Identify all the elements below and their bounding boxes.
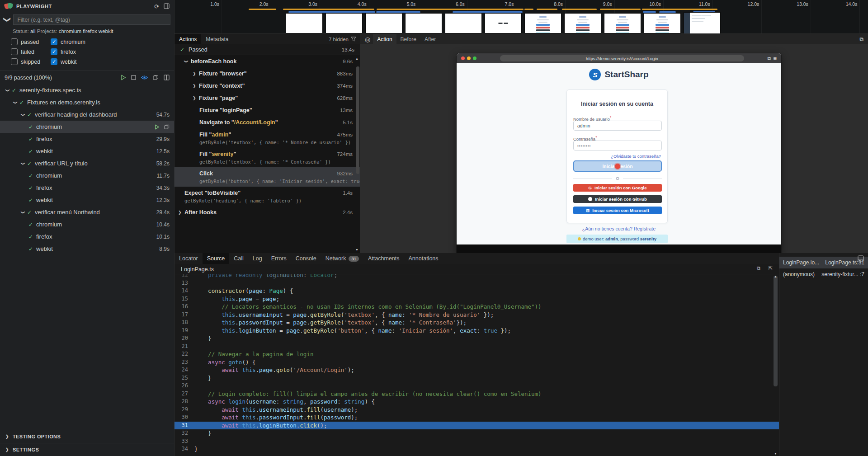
section-settings[interactable]: ❯SETTINGS bbox=[0, 443, 174, 456]
refresh-icon[interactable]: ⟳ bbox=[154, 3, 159, 10]
tab-actions[interactable]: Actions bbox=[175, 34, 201, 44]
action-item[interactable]: Fill "admin"475msgetByRole('textbox', { … bbox=[175, 128, 360, 148]
trace-timeline[interactable]: 1.0s2.0s3.0s4.0s5.0s6.0s7.0s8.0s9.0s10.0… bbox=[175, 0, 868, 34]
tab-attachments[interactable]: Attachments bbox=[363, 253, 404, 264]
filter-input[interactable] bbox=[13, 14, 170, 25]
tree-item-chromium[interactable]: ✓chromium bbox=[0, 121, 174, 133]
checkbox-firefox[interactable]: ✓firefox bbox=[51, 48, 174, 55]
tree-item-serenity-fixtures-spec-ts[interactable]: ❯✓serenity-fixtures.spec.ts bbox=[0, 84, 174, 96]
action-item[interactable]: ❯Fixture "browser"883ms bbox=[175, 67, 360, 80]
run-test-icon[interactable] bbox=[154, 124, 160, 130]
scroll-up-icon[interactable]: ▲ bbox=[355, 57, 359, 60]
section-testing-options[interactable]: ❯TESTING OPTIONS bbox=[0, 430, 174, 443]
tree-item-verificar-heading-del-dashboard[interactable]: ❯✓verificar heading del dashboard54.7s bbox=[0, 108, 174, 121]
open-source-external-icon[interactable]: ⇱ bbox=[769, 265, 773, 271]
tab-log[interactable]: Log bbox=[248, 253, 267, 264]
expand-chevron-icon[interactable]: ❯ bbox=[20, 161, 26, 166]
copy-test-icon[interactable] bbox=[164, 124, 170, 130]
checkbox-failed[interactable]: failed bbox=[11, 48, 51, 55]
action-item[interactable]: ❯beforeEach hook9.6s bbox=[175, 55, 360, 67]
collapse-panel-icon[interactable] bbox=[164, 3, 170, 9]
checkbox-chromium[interactable]: ✓chromium bbox=[51, 38, 174, 45]
editor-scroll-up-icon[interactable]: ▲ bbox=[774, 275, 777, 278]
login-submit-button[interactable]: Iniciar sesión bbox=[573, 160, 662, 172]
run-tests-icon[interactable] bbox=[120, 75, 126, 80]
action-chevron-icon[interactable]: ❯ bbox=[193, 71, 199, 76]
username-field[interactable]: admin bbox=[573, 121, 662, 131]
tree-item-chromium[interactable]: ✓chromium10.4s bbox=[0, 218, 174, 230]
film-strip-thumbnail-dashboard[interactable] bbox=[684, 12, 721, 34]
action-chevron-icon[interactable]: ❯ bbox=[184, 59, 191, 64]
tree-item-verificar-men-northwind[interactable]: ❯✓verificar menú Northwind29.4s bbox=[0, 206, 174, 218]
forgot-password-link[interactable]: ¿Olvidaste tu contraseña? bbox=[611, 154, 661, 159]
tree-item-webkit[interactable]: ✓webkit12.5s bbox=[0, 145, 174, 157]
film-strip-thumbnail-login[interactable] bbox=[604, 13, 641, 33]
tree-item-webkit[interactable]: ✓webkit8.9s bbox=[0, 243, 174, 255]
tab-metadata[interactable]: Metadata bbox=[201, 34, 233, 44]
film-strip-thumbnail-blank[interactable] bbox=[365, 13, 402, 33]
film-strip-thumbnail-login[interactable] bbox=[524, 13, 561, 33]
google-login-button[interactable]: G Iniciar sesión con Google bbox=[573, 184, 662, 192]
film-strip-thumbnail-blank[interactable] bbox=[326, 13, 363, 33]
action-item[interactable]: ❯Fixture "context"374ms bbox=[175, 80, 360, 92]
open-external-icon[interactable]: ⧉ bbox=[859, 36, 863, 42]
actions-scrollbar[interactable] bbox=[356, 66, 359, 174]
tab-locator[interactable]: Locator bbox=[175, 253, 203, 264]
tab-network[interactable]: Network31 bbox=[321, 253, 363, 264]
action-chevron-icon[interactable]: ❯ bbox=[193, 84, 199, 88]
action-item[interactable]: Fixture "loginPage"13ms bbox=[175, 104, 360, 116]
action-item[interactable]: ❯Fixture "page"628ms bbox=[175, 92, 360, 104]
checkbox-skipped[interactable]: skipped bbox=[11, 58, 51, 65]
expand-chevron-icon[interactable]: ❯ bbox=[20, 210, 26, 215]
menu-hamburger-icon[interactable]: ≡ bbox=[773, 55, 777, 62]
film-strip-thumbnail-blank[interactable] bbox=[405, 13, 442, 33]
expand-chevron-icon[interactable]: ❯ bbox=[20, 113, 26, 117]
tree-item-firefox[interactable]: ✓firefox29.9s bbox=[0, 133, 174, 145]
stop-icon[interactable] bbox=[131, 75, 136, 80]
editor-scrollbar[interactable] bbox=[774, 276, 778, 386]
watch-eye-icon[interactable] bbox=[141, 75, 148, 80]
film-strip-thumbnail-login[interactable] bbox=[644, 13, 681, 33]
snapshot-tab-action[interactable]: Action bbox=[373, 34, 396, 44]
register-link[interactable]: ¿Aún no tienes cuenta? Regístrate bbox=[457, 226, 781, 231]
tree-item-verificar-url-y-t-tulo[interactable]: ❯✓verificar URL y título58.2s bbox=[0, 157, 174, 169]
stack-frame[interactable]: LoginPage.lo...LoginPage.ts:31 bbox=[779, 257, 868, 268]
password-field[interactable]: •••••••• bbox=[573, 141, 662, 150]
reveal-test-icon[interactable] bbox=[153, 75, 159, 80]
expand-chevron-icon[interactable]: ❯ bbox=[5, 88, 11, 93]
checkbox-webkit[interactable]: ✓webkit bbox=[51, 58, 174, 65]
copy-source-icon[interactable]: ⧉ bbox=[757, 265, 760, 271]
copy-url-icon[interactable]: ⧉ bbox=[768, 56, 771, 61]
split-view-icon[interactable] bbox=[164, 75, 170, 80]
tab-source[interactable]: Source bbox=[203, 253, 230, 264]
checkbox-passed[interactable]: passed bbox=[11, 38, 51, 45]
filter-funnel-icon[interactable] bbox=[351, 37, 356, 42]
tree-item-fixtures-en-demo-serenity-is[interactable]: ❯✓Fixtures en demo.serenity.is bbox=[0, 96, 174, 108]
action-chevron-icon[interactable]: ❯ bbox=[193, 96, 199, 100]
tree-item-firefox[interactable]: ✓firefox34.3s bbox=[0, 182, 174, 194]
action-item[interactable]: Click932msgetByRole('button', { name: 'I… bbox=[175, 167, 360, 187]
tab-console[interactable]: Console bbox=[291, 253, 321, 264]
film-strip-thumbnail-blank[interactable] bbox=[286, 13, 323, 33]
action-item[interactable]: ❯After Hooks2.4s bbox=[175, 206, 360, 218]
stack-frame[interactable]: (anonymous)serenity-fixtur... :7 bbox=[779, 268, 868, 280]
pick-locator-target-icon[interactable]: ◎ bbox=[365, 36, 370, 43]
tree-item-webkit[interactable]: ✓webkit12.3s bbox=[0, 194, 174, 206]
action-item[interactable]: Expect "toBeVisible"1.4sgetByRole('headi… bbox=[175, 187, 360, 206]
tab-call[interactable]: Call bbox=[229, 253, 248, 264]
tab-annotations[interactable]: Annotations bbox=[404, 253, 443, 264]
tree-item-chromium[interactable]: ✓chromium11.7s bbox=[0, 169, 174, 182]
toggle-layout-icon[interactable] bbox=[858, 255, 864, 262]
action-item[interactable]: Navigate to "/Account/Login"5.1s bbox=[175, 116, 360, 128]
filter-collapse-chevron-icon[interactable]: ❯ bbox=[3, 17, 12, 23]
microsoft-login-button[interactable]: ⊞ Iniciar sesión con Microsoft bbox=[573, 207, 662, 214]
tab-errors[interactable]: Errors bbox=[267, 253, 291, 264]
editor-scroll-down-icon[interactable]: ▼ bbox=[774, 452, 777, 455]
action-chevron-icon[interactable]: ❯ bbox=[178, 210, 184, 215]
expand-chevron-icon[interactable]: ❯ bbox=[12, 100, 19, 105]
film-strip-thumbnail-login[interactable] bbox=[564, 13, 601, 33]
tree-item-firefox[interactable]: ✓firefox10.1s bbox=[0, 230, 174, 243]
action-item[interactable]: Fill "serenity"724msgetByRole('textbox',… bbox=[175, 148, 360, 167]
film-strip-thumbnail-dashes[interactable] bbox=[485, 13, 522, 33]
scroll-down-icon[interactable]: ▼ bbox=[355, 248, 359, 251]
